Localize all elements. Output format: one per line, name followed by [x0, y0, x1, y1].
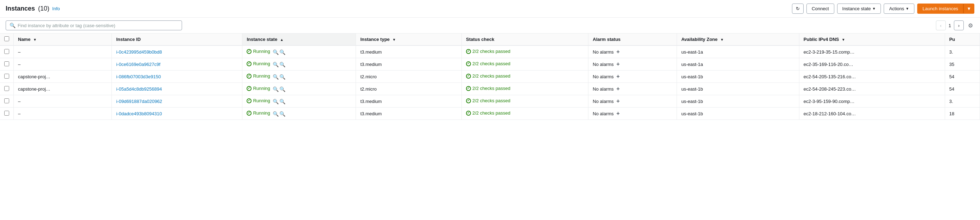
connect-button[interactable]: Connect [807, 3, 834, 14]
row-dns-2: ec2-54-205-135-216.co… [799, 71, 945, 83]
actions-button[interactable]: Actions ▼ [884, 3, 915, 14]
row-dns-3: ec2-54-208-245-223.co… [799, 83, 945, 95]
row-instance-id-4[interactable]: i-09d691887da020962 [112, 95, 242, 108]
row-type-2: t2.micro [356, 71, 462, 83]
col-header-availability-zone[interactable]: Availability Zone ▼ [677, 33, 799, 46]
zoom-in-icon-3[interactable]: 🔍 [273, 86, 279, 92]
row-status-check-1: 2/2 checks passed [461, 58, 588, 71]
select-all-checkbox[interactable] [4, 36, 9, 41]
row-az-2: us-east-1b [677, 71, 799, 83]
row-checkbox-1[interactable] [4, 61, 9, 66]
launch-instances-split-button[interactable]: ▼ [963, 3, 974, 14]
instance-state-button[interactable]: Instance state ▼ [837, 3, 881, 14]
zoom-icons-3: 🔍 🔍 [273, 86, 285, 92]
row-checkbox-cell[interactable] [0, 58, 14, 71]
search-input[interactable] [18, 23, 178, 28]
row-checkbox-4[interactable] [4, 98, 9, 103]
zoom-in-icon-2[interactable]: 🔍 [273, 74, 279, 80]
instance-id-link-3[interactable]: i-05a5d4c8db9256894 [116, 86, 162, 92]
add-alarm-button-1[interactable]: + [615, 61, 621, 67]
refresh-icon: ↻ [796, 6, 800, 11]
row-checkbox-cell[interactable] [0, 95, 14, 108]
zoom-in-icon-5[interactable]: 🔍 [273, 111, 279, 117]
next-page-button[interactable]: › [954, 21, 964, 30]
zoom-in-icon-1[interactable]: 🔍 [273, 62, 279, 67]
col-header-status-check[interactable]: Status check [461, 33, 588, 46]
table-row: – i-0dadce493b8094310 Running 🔍 🔍 t3.med… [0, 108, 980, 120]
row-ip-1: 35 [945, 58, 980, 71]
instance-state-chevron-icon: ▼ [872, 7, 876, 11]
col-header-alarm-status[interactable]: Alarm status [589, 33, 677, 46]
row-az-1: us-east-1a [677, 58, 799, 71]
row-state-0: Running 🔍 🔍 [242, 46, 356, 58]
dns-sort-icon: ▼ [842, 38, 845, 41]
search-bar: 🔍 ‹ 1 › ⚙ [0, 17, 980, 33]
launch-button-group: Launch instances ▼ [917, 3, 974, 14]
refresh-button[interactable]: ↻ [792, 3, 803, 14]
col-header-instance-state[interactable]: Instance state ▲ [242, 33, 356, 46]
row-instance-id-2[interactable]: i-086fb07003d3e9150 [112, 71, 242, 83]
zoom-out-icon-0[interactable]: 🔍 [279, 49, 285, 55]
col-header-instance-type[interactable]: Instance type ▼ [356, 33, 462, 46]
zoom-out-icon-3[interactable]: 🔍 [279, 86, 285, 92]
add-alarm-button-4[interactable]: + [615, 98, 621, 104]
check-icon-5 [466, 111, 471, 116]
check-icon-1 [466, 61, 471, 66]
zoom-out-icon-2[interactable]: 🔍 [279, 74, 285, 80]
row-checkbox-cell[interactable] [0, 83, 14, 95]
row-instance-id-0[interactable]: i-0c423995d459b0bd8 [112, 46, 242, 58]
header-left: Instances (10) Info [6, 5, 60, 12]
running-status-1: Running [247, 61, 270, 66]
check-passed-0: 2/2 checks passed [466, 49, 511, 54]
row-checkbox-cell[interactable] [0, 108, 14, 120]
column-settings-button[interactable]: ⚙ [967, 22, 974, 30]
row-ip-2: 54 [945, 71, 980, 83]
select-all-checkbox-header[interactable] [0, 33, 14, 46]
instance-id-link-4[interactable]: i-09d691887da020962 [116, 99, 162, 104]
instance-count: (10) [38, 5, 49, 12]
prev-page-button[interactable]: ‹ [936, 21, 946, 30]
launch-instances-button[interactable]: Launch instances [917, 3, 963, 14]
add-alarm-button-2[interactable]: + [615, 73, 621, 80]
col-header-public-ip[interactable]: Pu [945, 33, 980, 46]
row-dns-4: ec2-3-95-159-90.comp… [799, 95, 945, 108]
zoom-in-icon-0[interactable]: 🔍 [273, 49, 279, 55]
row-checkbox-3[interactable] [4, 86, 9, 91]
info-link[interactable]: Info [52, 6, 60, 11]
launch-split-chevron-icon: ▼ [967, 6, 971, 11]
instance-id-link-2[interactable]: i-086fb07003d3e9150 [116, 74, 161, 79]
row-ip-0: 3. [945, 46, 980, 58]
row-checkbox-cell[interactable] [0, 71, 14, 83]
instance-id-link-5[interactable]: i-0dadce493b8094310 [116, 111, 162, 116]
zoom-icons-2: 🔍 🔍 [273, 74, 285, 80]
row-checkbox-5[interactable] [4, 111, 9, 116]
add-alarm-button-3[interactable]: + [615, 85, 621, 92]
instance-id-link-1[interactable]: i-0ce6169e0a9627c9f [116, 62, 160, 67]
row-instance-id-5[interactable]: i-0dadce493b8094310 [112, 108, 242, 120]
row-dns-5: ec2-18-212-160-104.co… [799, 108, 945, 120]
col-header-instance-id[interactable]: Instance ID [112, 33, 242, 46]
zoom-in-icon-4[interactable]: 🔍 [273, 99, 279, 104]
instance-state-sort-icon: ▲ [280, 38, 284, 41]
add-alarm-button-5[interactable]: + [615, 110, 621, 117]
col-header-public-ipv4-dns[interactable]: Public IPv4 DNS ▼ [799, 33, 945, 46]
row-status-check-0: 2/2 checks passed [461, 46, 588, 58]
row-checkbox-0[interactable] [4, 49, 9, 54]
instance-id-link-0[interactable]: i-0c423995d459b0bd8 [116, 49, 162, 55]
row-status-check-5: 2/2 checks passed [461, 108, 588, 120]
search-input-wrap[interactable]: 🔍 [6, 21, 182, 30]
check-icon-3 [466, 86, 471, 91]
zoom-out-icon-4[interactable]: 🔍 [279, 99, 285, 104]
row-checkbox-cell[interactable] [0, 46, 14, 58]
row-instance-id-1[interactable]: i-0ce6169e0a9627c9f [112, 58, 242, 71]
table-row: – i-0c423995d459b0bd8 Running 🔍 🔍 t3.med… [0, 46, 980, 58]
row-name-2: capstone-proj… [14, 71, 112, 83]
add-alarm-button-0[interactable]: + [615, 49, 621, 55]
row-checkbox-2[interactable] [4, 74, 9, 79]
zoom-out-icon-1[interactable]: 🔍 [279, 62, 285, 67]
zoom-out-icon-5[interactable]: 🔍 [279, 111, 285, 117]
row-type-0: t3.medium [356, 46, 462, 58]
row-instance-id-3[interactable]: i-05a5d4c8db9256894 [112, 83, 242, 95]
col-header-name[interactable]: Name ▼ [14, 33, 112, 46]
row-alarm-2: No alarms + [589, 71, 677, 83]
